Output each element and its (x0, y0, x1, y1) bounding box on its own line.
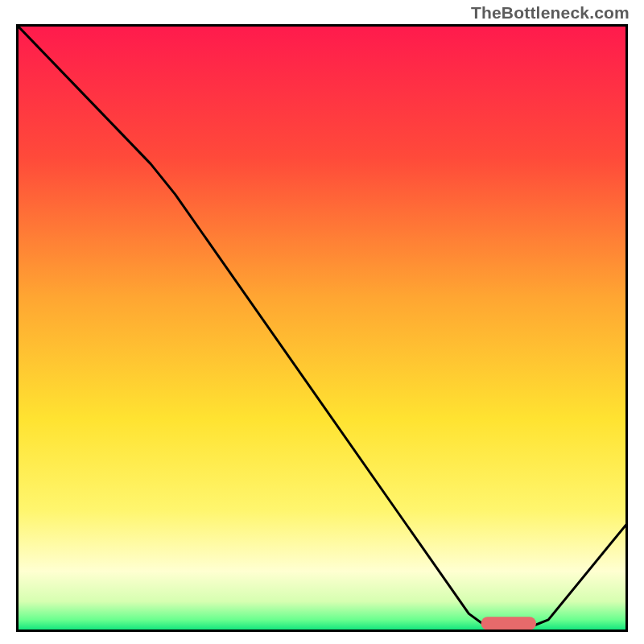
optimal-marker (481, 617, 536, 630)
chart-svg (16, 24, 628, 632)
plot-area (16, 24, 628, 632)
chart-container: TheBottleneck.com (0, 0, 644, 644)
watermark-text: TheBottleneck.com (471, 3, 630, 23)
gradient-background (16, 24, 628, 632)
